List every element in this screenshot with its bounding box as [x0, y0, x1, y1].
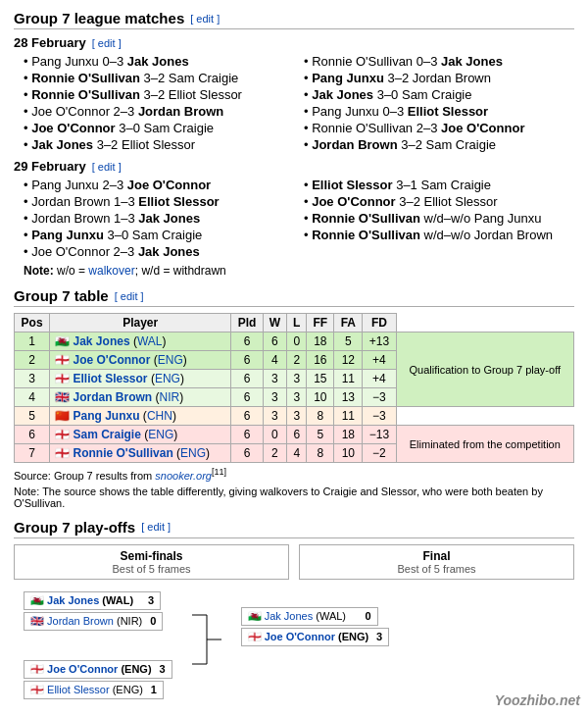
table-header: FF — [307, 314, 334, 332]
table-header: FD — [363, 314, 396, 332]
playoffs-section: Group 7 play-offs [ edit ] Semi-finals B… — [14, 519, 574, 699]
table-note: Note: The source shows the table differe… — [14, 486, 574, 509]
title-edit-link[interactable]: [ edit ] — [190, 13, 220, 25]
stat-cell: 18 — [307, 332, 334, 351]
player-cell[interactable]: 🇨🇳 Pang Junxu (CHN) — [50, 407, 231, 426]
matches-section: 28 February [ edit ]Pang Junxu 0–3 Jak J… — [14, 35, 574, 278]
stat-cell: 6 — [231, 407, 264, 426]
semi-label: Semi-finals — [19, 549, 284, 563]
bracket-row: 🏴󠁧󠁢󠁥󠁮󠁧󠁿 Elliot Slessor (ENG)1 — [24, 681, 172, 699]
date-edit-link[interactable]: [ edit ] — [92, 37, 122, 49]
match-col-left: Pang Junxu 2–3 Joe O'ConnorJordan Brown … — [14, 177, 294, 260]
bracket-cell: 🏴󠁧󠁢󠁷󠁬󠁳󠁿 Jak Jones (WAL)3 — [24, 591, 161, 610]
stat-cell: 3 — [263, 407, 286, 426]
player-cell[interactable]: 🏴󠁧󠁢󠁥󠁮󠁧󠁿 Sam Craigie (ENG) — [50, 426, 231, 444]
stat-cell: 2 — [15, 351, 50, 370]
stat-cell: 3 — [287, 370, 307, 388]
stat-cell: 5 — [15, 407, 50, 426]
player-cell[interactable]: 🏴󠁧󠁢󠁷󠁬󠁳󠁿 Jak Jones (WAL) — [50, 332, 231, 351]
stat-cell: 11 — [334, 407, 363, 426]
stat-cell: 3 — [263, 388, 286, 407]
stat-cell: 4 — [15, 388, 50, 407]
match-item: Joe O'Connor 3–0 Sam Craigie — [24, 120, 294, 136]
stat-cell: 5 — [307, 426, 334, 444]
match-item: Pang Junxu 3–2 Jordan Brown — [304, 70, 574, 86]
table-header: Pos — [15, 314, 50, 332]
table-header: L — [287, 314, 307, 332]
semi-finals-bracket: 🏴󠁧󠁢󠁷󠁬󠁳󠁿 Jak Jones (WAL)3🇬🇧 Jordan Brown … — [24, 591, 172, 699]
match-item: Pang Junxu 0–3 Jak Jones — [24, 53, 294, 70]
table-title: Group 7 table [ edit ] — [14, 287, 574, 307]
match-group: 🏴󠁧󠁢󠁥󠁮󠁧󠁿 Joe O'Connor (ENG)3🏴󠁧󠁢󠁥󠁮󠁧󠁿 Ellio… — [24, 660, 172, 699]
stat-cell: −3 — [363, 407, 396, 426]
stat-cell: −2 — [363, 444, 396, 463]
match-item: Ronnie O'Sullivan w/d–w/o Pang Junxu — [304, 210, 574, 227]
stat-cell: 6 — [231, 388, 264, 407]
date-header: 29 February [ edit ] — [14, 159, 574, 174]
match-item: Jordan Brown 3–2 Sam Craigie — [304, 136, 574, 153]
table-header: W — [263, 314, 286, 332]
stat-cell: 16 — [307, 351, 334, 370]
connector-svg — [192, 605, 221, 674]
playoffs-edit-link[interactable]: [ edit ] — [141, 521, 171, 533]
stat-cell: 2 — [263, 444, 286, 463]
stat-cell: 13 — [334, 388, 363, 407]
stat-cell: 3 — [263, 370, 286, 388]
player-cell[interactable]: 🇬🇧 Jordan Brown (NIR) — [50, 388, 231, 407]
stat-cell: 6 — [231, 332, 264, 351]
match-note: Note: w/o = walkover; w/d = withdrawn — [24, 264, 574, 278]
match-item: Ronnie O'Sullivan 2–3 Joe O'Connor — [304, 120, 574, 136]
table-header: Player — [50, 314, 231, 332]
table-header: Pld — [231, 314, 264, 332]
match-col-left: Pang Junxu 0–3 Jak JonesRonnie O'Sulliva… — [14, 53, 294, 153]
bracket-connector — [192, 605, 221, 674]
match-item: Ronnie O'Sullivan 3–2 Sam Craigie — [24, 70, 294, 86]
match-col-right: Elliot Slessor 3–1 Sam CraigieJoe O'Conn… — [294, 177, 574, 260]
table-row: 6🏴󠁧󠁢󠁥󠁮󠁧󠁿 Sam Craigie (ENG)606518−13Elimi… — [15, 426, 574, 444]
bracket-cell: 🏴󠁧󠁢󠁥󠁮󠁧󠁿 Joe O'Connor (ENG)3 — [241, 628, 390, 646]
section-title: Group 7 league matches [ edit ] — [14, 10, 574, 29]
match-item: Pang Junxu 3–0 Sam Craigie — [24, 227, 294, 243]
player-cell[interactable]: 🏴󠁧󠁢󠁥󠁮󠁧󠁿 Ronnie O'Sullivan (ENG) — [50, 444, 231, 463]
stat-cell: 5 — [334, 332, 363, 351]
player-cell[interactable]: 🏴󠁧󠁢󠁥󠁮󠁧󠁿 Joe O'Connor (ENG) — [50, 351, 231, 370]
qualification-label: Qualification to Group 7 play-off — [396, 332, 573, 407]
table-row: 5🇨🇳 Pang Junxu (CHN)633811−3 — [15, 407, 574, 426]
stat-cell: 8 — [307, 407, 334, 426]
match-item: Jak Jones 3–0 Sam Craigie — [304, 86, 574, 103]
bracket-row: 🏴󠁧󠁢󠁷󠁬󠁳󠁿 Jak Jones (WAL)3 — [24, 591, 172, 610]
player-cell[interactable]: 🏴󠁧󠁢󠁥󠁮󠁧󠁿 Elliot Slessor (ENG) — [50, 370, 231, 388]
stat-cell: 7 — [15, 444, 50, 463]
stat-cell: 6 — [231, 426, 264, 444]
source-note: Source: Group 7 results from snooker.org… — [14, 467, 574, 482]
page-container: Group 7 league matches [ edit ] 28 Febru… — [14, 10, 574, 699]
stat-cell: 18 — [334, 426, 363, 444]
stat-cell: +13 — [363, 332, 396, 351]
match-item: Pang Junxu 0–3 Elliot Slessor — [304, 103, 574, 120]
playoff-boxes: Semi-finals Best of 5 frames Final Best … — [14, 544, 574, 580]
date-edit-link[interactable]: [ edit ] — [92, 161, 122, 173]
stat-cell: 3 — [287, 407, 307, 426]
final-sub: Best of 5 frames — [304, 563, 569, 575]
stat-cell: −3 — [363, 388, 396, 407]
stat-cell: 0 — [287, 332, 307, 351]
match-group: 🏴󠁧󠁢󠁷󠁬󠁳󠁿 Jak Jones (WAL)3🇬🇧 Jordan Brown … — [24, 591, 172, 631]
match-item: Elliot Slessor 3–1 Sam Craigie — [304, 177, 574, 193]
table-edit-link[interactable]: [ edit ] — [115, 290, 144, 302]
match-item: Ronnie O'Sullivan 0–3 Jak Jones — [304, 53, 574, 70]
table-header: FA — [334, 314, 363, 332]
match-item: Ronnie O'Sullivan w/d–w/o Jordan Brown — [304, 227, 574, 243]
bracket-row: 🇬🇧 Jordan Brown (NIR)0 — [24, 612, 172, 631]
stat-cell: 4 — [287, 444, 307, 463]
stat-cell: 15 — [307, 370, 334, 388]
bracket-row: 🏴󠁧󠁢󠁷󠁬󠁳󠁿 Jak Jones (WAL)0 — [241, 607, 390, 626]
match-item: Ronnie O'Sullivan 3–2 Elliot Slessor — [24, 86, 294, 103]
bracket-cell: 🏴󠁧󠁢󠁥󠁮󠁧󠁿 Elliot Slessor (ENG)1 — [24, 681, 164, 699]
match-item: Joe O'Connor 2–3 Jak Jones — [24, 243, 294, 260]
match-item: Jordan Brown 1–3 Jak Jones — [24, 210, 294, 227]
stat-cell: 3 — [287, 388, 307, 407]
match-item: Jordan Brown 1–3 Elliot Slessor — [24, 193, 294, 210]
stat-cell: 12 — [334, 351, 363, 370]
stat-cell: 4 — [263, 351, 286, 370]
stat-cell: 6 — [263, 332, 286, 351]
